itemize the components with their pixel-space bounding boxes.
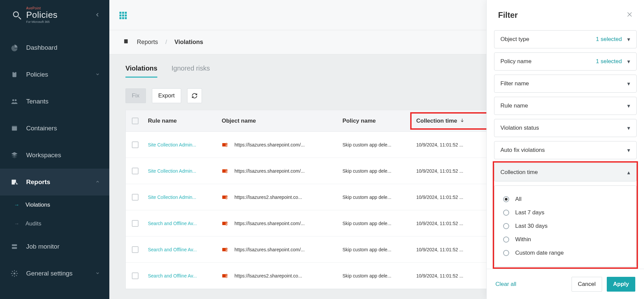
caret-down-icon: ▾ <box>627 102 630 110</box>
filter-object-type[interactable]: Object type 1 selected▾ <box>494 30 637 48</box>
button-label: Fix <box>132 92 140 99</box>
radio-custom-date-range[interactable]: Custom date range <box>503 246 628 260</box>
sidebar-label: Containers <box>26 125 100 132</box>
button-label: Apply <box>613 281 629 288</box>
cell-rule-name[interactable]: Site Collection Admin... <box>148 142 222 147</box>
filter-title: Filter <box>498 10 518 20</box>
tab-violations[interactable]: Violations <box>125 65 157 77</box>
filter-auto-fix[interactable]: Auto fix violations ▾ <box>494 141 637 159</box>
svg-point-5 <box>15 99 16 101</box>
filter-row-label: Policy name <box>500 58 532 65</box>
filter-collection-time[interactable]: Collection time ▴ <box>494 163 637 181</box>
filter-violation-status[interactable]: Violation status ▾ <box>494 119 637 137</box>
sidebar-label: Policies <box>26 71 87 78</box>
sidebar-item-tenants[interactable]: Tenants <box>0 88 109 115</box>
row-checkbox[interactable] <box>132 194 139 201</box>
radio-label: Custom date range <box>515 250 564 256</box>
sidebar-item-general-settings[interactable]: General settings <box>0 260 109 287</box>
refresh-button[interactable] <box>187 88 202 103</box>
cell-object-name: https://lsazures2.sharepoint.co... <box>234 273 302 279</box>
radio-last-7-days[interactable]: Last 7 days <box>503 206 628 219</box>
sidebar-collapse-button[interactable] <box>95 12 100 18</box>
button-label: Export <box>158 92 175 99</box>
subnav-audits[interactable]: → Audits <box>13 214 109 233</box>
filter-rule-name[interactable]: Rule name ▾ <box>494 97 637 115</box>
apply-button[interactable]: Apply <box>607 277 635 292</box>
svg-rect-7 <box>12 126 17 127</box>
row-checkbox[interactable] <box>132 141 139 148</box>
filter-policy-name[interactable]: Policy name 1 selected▾ <box>494 52 637 71</box>
cell-rule-name[interactable]: Search and Offline Av... <box>148 273 222 279</box>
cell-rule-name[interactable]: Site Collection Admin... <box>148 168 222 174</box>
sidebar-item-containers[interactable]: Containers <box>0 115 109 142</box>
radio-icon <box>503 196 509 202</box>
svg-point-17 <box>225 145 228 147</box>
subnav-violations[interactable]: → Violations <box>13 196 109 214</box>
svg-point-22 <box>225 195 228 198</box>
sidebar-item-job-monitor[interactable]: Job monitor <box>0 233 109 260</box>
sidebar-item-policies[interactable]: Policies <box>0 61 109 88</box>
row-checkbox[interactable] <box>132 272 139 279</box>
col-header-object[interactable]: Object name <box>222 118 342 124</box>
tab-label: Ignored risks <box>171 65 210 72</box>
row-checkbox[interactable] <box>132 168 139 174</box>
filter-filter-name[interactable]: Filter name ▾ <box>494 75 637 93</box>
sharepoint-icon <box>222 141 228 148</box>
radio-label: Last 7 days <box>515 209 544 216</box>
cell-rule-name[interactable]: Search and Offline Av... <box>148 247 222 252</box>
radio-label: Within <box>515 236 531 243</box>
svg-point-25 <box>225 221 228 224</box>
svg-rect-18 <box>222 169 226 173</box>
row-checkbox[interactable] <box>132 220 139 227</box>
caret-down-icon: ▾ <box>627 125 630 132</box>
cell-policy-name: Skip custom app dele... <box>342 142 416 147</box>
report-icon <box>123 38 129 46</box>
radio-within[interactable]: Within <box>503 233 628 246</box>
radio-all[interactable]: All <box>503 193 628 206</box>
svg-rect-24 <box>222 222 226 225</box>
magnifier-icon <box>11 10 22 20</box>
svg-rect-2 <box>12 72 16 77</box>
sharepoint-icon <box>222 220 228 227</box>
export-button[interactable]: Export <box>152 88 181 103</box>
radio-last-30-days[interactable]: Last 30 days <box>503 219 628 233</box>
filter-row-label: Rule name <box>500 102 528 109</box>
svg-point-32 <box>225 276 228 278</box>
filter-row-label: Auto fix violations <box>500 147 545 154</box>
sidebar-label: Dashboard <box>26 44 100 51</box>
logo-subtitle: For Microsoft 365 <box>26 20 58 24</box>
cell-rule-name[interactable]: Search and Offline Av... <box>148 221 222 226</box>
sidebar-item-workspaces[interactable]: Workspaces <box>0 142 109 169</box>
cell-rule-name[interactable]: Site Collection Admin... <box>148 195 222 200</box>
svg-point-31 <box>225 274 228 276</box>
subnav-label: Violations <box>25 202 50 208</box>
col-header-policy[interactable]: Policy name <box>342 118 416 124</box>
filter-row-label: Violation status <box>500 125 539 131</box>
cancel-button[interactable]: Cancel <box>572 277 602 292</box>
reports-subnav: → Violations → Audits <box>0 196 109 233</box>
caret-up-icon: ▴ <box>627 169 630 176</box>
sidebar-label: Tenants <box>26 98 100 105</box>
cell-object-name: https://lsazures.sharepoint.com/... <box>234 168 305 174</box>
fix-button[interactable]: Fix <box>125 88 146 103</box>
select-all-checkbox[interactable] <box>132 118 139 124</box>
filter-selected-count: 1 selected <box>596 58 622 65</box>
sidebar-item-reports[interactable]: Reports <box>0 169 109 196</box>
close-button[interactable] <box>627 11 633 19</box>
caret-down-icon: ▾ <box>627 36 630 43</box>
col-header-rule[interactable]: Rule name <box>148 118 222 124</box>
breadcrumb-root[interactable]: Reports <box>137 39 158 46</box>
tab-ignored-risks[interactable]: Ignored risks <box>171 65 210 77</box>
logo: AvePoint Policies For Microsoft 365 <box>11 6 58 24</box>
svg-rect-27 <box>222 248 226 251</box>
sidebar-item-dashboard[interactable]: Dashboard <box>0 34 109 61</box>
row-checkbox[interactable] <box>132 246 139 253</box>
app-launcher-icon[interactable] <box>119 12 126 18</box>
clear-all-button[interactable]: Clear all <box>495 281 516 288</box>
gear-icon <box>11 270 18 277</box>
logo-product: Policies <box>26 10 58 20</box>
radio-icon <box>503 237 509 243</box>
sort-desc-icon <box>460 118 465 124</box>
radio-icon <box>503 250 509 256</box>
svg-point-20 <box>225 171 228 173</box>
